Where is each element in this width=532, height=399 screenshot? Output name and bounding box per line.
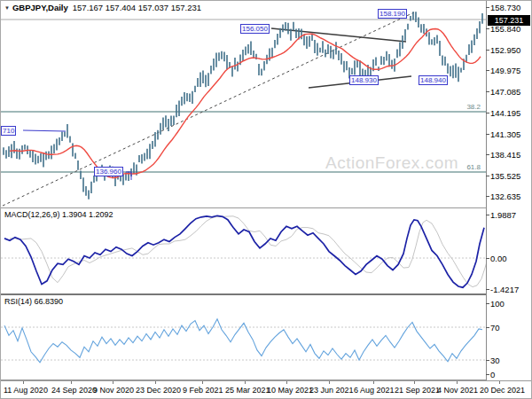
rsi-axis-label: 100 <box>490 299 505 309</box>
date-axis-label: 10 May 2021 <box>267 386 313 395</box>
axis-tick <box>486 7 489 8</box>
axis-tick <box>486 289 489 290</box>
axis-tick <box>486 374 489 375</box>
macd-axis-label: -1.4217 <box>490 285 519 294</box>
price-axis-label: 138.415 <box>490 150 520 160</box>
date-axis-label: 9 Feb 2021 <box>183 386 223 395</box>
date-axis-tick <box>155 381 156 384</box>
price-axis-label: 135.525 <box>490 171 520 181</box>
date-axis-label: 11 Aug 2020 <box>4 386 48 395</box>
date-axis-tick <box>202 381 203 384</box>
date-axis-label: 25 Mar 2021 <box>225 386 270 395</box>
axis-tick <box>486 70 489 71</box>
price-axis-label: 147.085 <box>490 87 520 97</box>
date-axis[interactable]: 11 Aug 202024 Sep 20209 Nov 202023 Dec 2… <box>1 380 531 399</box>
price-axis-label: 141.305 <box>490 129 520 139</box>
price-object-label[interactable]: 148.930 <box>349 75 379 85</box>
price-object-label[interactable]: 710 <box>1 126 16 136</box>
date-axis-tick <box>373 381 374 384</box>
price-label-leader <box>23 130 66 131</box>
chart-ohlc-values: 157.167 157.404 157.037 157.231 <box>73 3 201 12</box>
price-object-label[interactable]: 158.190 <box>378 9 407 19</box>
axis-tick <box>486 113 489 113</box>
price-axis-label: 158.730 <box>490 3 520 12</box>
date-axis-tick <box>329 381 330 384</box>
fib-level-label: 38.2 <box>466 103 481 111</box>
date-axis-label: 24 Sep 2020 <box>51 386 97 395</box>
axis-tick <box>486 196 489 197</box>
date-axis-tick <box>499 381 500 384</box>
date-axis-label: 23 Dec 2020 <box>136 386 181 395</box>
watermark: ActionForex.com <box>325 153 458 173</box>
dashed-trendline[interactable] <box>3 12 414 206</box>
date-axis-tick <box>23 381 24 384</box>
macd-axis-label: 1.9887 <box>490 210 516 220</box>
date-axis-tick <box>245 381 246 384</box>
date-axis-label: 9 Nov 2020 <box>93 386 134 395</box>
axis-tick <box>486 360 489 361</box>
date-axis-label: 21 Sep 2021 <box>395 386 440 395</box>
date-axis-tick <box>414 381 415 384</box>
current-price-badge: 157.231 <box>488 15 530 26</box>
date-axis-tick <box>113 381 113 384</box>
rsi-axis-label: 30 <box>490 356 500 365</box>
axis-tick <box>486 134 489 135</box>
price-object-label[interactable]: 148.940 <box>419 75 448 85</box>
axis-tick <box>486 327 489 328</box>
price-object-label[interactable]: 156.050 <box>240 24 270 34</box>
axis-tick <box>486 28 489 29</box>
axis-tick <box>486 303 489 304</box>
date-axis-tick <box>71 381 72 384</box>
axis-tick <box>486 154 489 155</box>
chart-symbol-timeframe: GBPJPY,Daily <box>12 3 68 12</box>
date-axis-tick <box>457 381 458 384</box>
rsi-line[interactable] <box>4 319 482 363</box>
price-axis[interactable]: 157.231 158.730155.840152.950149.975147.… <box>486 1 532 380</box>
axis-tick <box>486 91 489 92</box>
date-axis-label: 6 Aug 2021 <box>354 386 395 395</box>
macd-indicator-label: MACD(12,26,9) 1.3904 1.2092 <box>4 210 113 219</box>
chart-window: ▼GBPJPY,Daily157.167 157.404 157.037 157… <box>0 0 532 399</box>
price-axis-label: 149.975 <box>490 66 520 75</box>
date-axis-label: 20 Dec 2021 <box>480 386 525 395</box>
price-chart-panel[interactable]: ▼GBPJPY,Daily157.167 157.404 157.037 157… <box>1 1 486 208</box>
date-axis-tick <box>286 381 287 384</box>
rsi-panel[interactable]: RSI(14) 66.8390 <box>1 295 486 380</box>
axis-tick <box>486 215 489 215</box>
macd-main-line[interactable] <box>4 215 484 287</box>
axis-tick <box>486 50 489 51</box>
date-axis-label: 4 Nov 2021 <box>437 386 478 395</box>
rsi-axis-label: 0 <box>490 370 495 379</box>
rsi-indicator-label: RSI(14) 66.8390 <box>4 297 63 306</box>
rsi-canvas[interactable] <box>1 295 486 379</box>
macd-signal-line[interactable] <box>10 216 486 287</box>
fib-level-label: 61.8 <box>466 163 481 171</box>
symbol-dropdown-icon[interactable]: ▼ <box>4 5 10 11</box>
price-axis-label: 144.195 <box>490 108 520 118</box>
rsi-axis-label: 70 <box>490 323 500 332</box>
chart-title: ▼GBPJPY,Daily157.167 157.404 157.037 157… <box>4 3 201 12</box>
price-axis-label: 132.635 <box>490 192 520 201</box>
macd-panel[interactable]: MACD(12,26,9) 1.3904 1.2092 <box>1 208 486 295</box>
macd-axis-label: 0.00 <box>490 254 507 263</box>
axis-tick <box>486 258 489 259</box>
macd-canvas[interactable] <box>1 208 486 293</box>
price-object-label[interactable]: 136.960 <box>94 167 123 176</box>
date-axis-label: 23 Jun 2021 <box>309 386 354 395</box>
axis-tick <box>486 176 489 176</box>
price-axis-label: 152.950 <box>490 45 520 55</box>
